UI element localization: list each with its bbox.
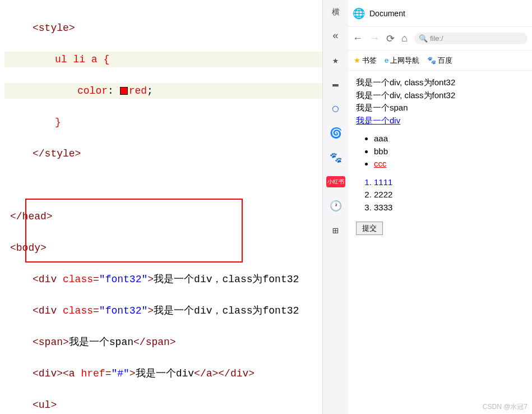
list-item: ccc (374, 158, 524, 171)
add-icon[interactable]: ⊞ (332, 224, 339, 237)
orientation-toggle[interactable]: 横 (330, 7, 341, 18)
url-text: file:/ (430, 34, 443, 43)
list-item: aaa (374, 132, 524, 145)
content-ol: 1111 2222 3333 (356, 176, 524, 214)
globe-icon: 🌐 (353, 7, 365, 20)
watermark: CSDN @水冠7 (483, 402, 528, 412)
back-button[interactable]: ← (353, 33, 363, 44)
submit-button[interactable]: 提交 (356, 222, 383, 235)
app-icon-qq[interactable]: 🌀 (330, 127, 342, 139)
app-icon-red[interactable]: 小红书 (326, 176, 345, 187)
home-button[interactable]: ⌂ (401, 33, 408, 44)
brace-close: } (55, 117, 61, 128)
bookmark-nav[interactable]: e上网导航 (385, 56, 419, 66)
color-swatch-red (120, 87, 128, 95)
content-div2: 我是一个div, class为font32 (356, 89, 524, 102)
list-item: 3333 (374, 201, 524, 214)
text-span: 我是一个span (69, 337, 133, 348)
attr-class: class (63, 274, 93, 285)
app-icon-q[interactable]: ◯ (332, 102, 339, 114)
browser-window: 🌐 Document ← → ⟳ ⌂ 🔍 file:/ ★书签 e上网导航 🐾百… (348, 0, 532, 414)
star-icon[interactable]: ★ (332, 54, 339, 66)
nav-bar: ← → ⟳ ⌂ 🔍 file:/ (348, 27, 532, 50)
text-link: 我是一个div (136, 368, 194, 379)
list-link-ccc[interactable]: ccc (374, 159, 387, 168)
page-content: 我是一个div, class为font32 我是一个div, class为fon… (348, 71, 532, 241)
forward-button[interactable]: → (369, 33, 380, 44)
content-div1: 我是一个div, class为font32 (356, 76, 524, 89)
reload-button[interactable]: ⟳ (386, 33, 395, 45)
list-item: 1111 (374, 176, 524, 189)
content-ul: aaa bbb ccc (356, 132, 524, 171)
browser-sidebar: 横 « ★ ▬ ◯ 🌀 🐾 小红书 🕐 ⊞ (323, 0, 348, 414)
tag-head-close: </head> (10, 211, 53, 222)
preview-panel: 横 « ★ ▬ ◯ 🌀 🐾 小红书 🕐 ⊞ 🌐 Document ← → ⟳ ⌂… (322, 0, 532, 414)
tag-ul-open: <ul> (33, 399, 57, 411)
bookmark-bar: ★书签 e上网导航 🐾百度 (348, 50, 532, 71)
text-div2: 我是一个div，class为font32 (154, 305, 299, 316)
bookmark-baidu[interactable]: 🐾百度 (427, 56, 452, 66)
code-editor[interactable]: <style> ul li a { color: red; } </style>… (0, 0, 322, 414)
attr-href: href (81, 368, 105, 379)
bookmark-fav[interactable]: ★书签 (354, 56, 377, 66)
search-icon: 🔍 (419, 34, 428, 43)
attr-class2: class (63, 305, 93, 316)
val-font32b: "font32" (99, 305, 147, 316)
collapse-icon[interactable]: « (332, 30, 339, 42)
val-hash: "#" (111, 368, 129, 379)
tab-bar: 🌐 Document (348, 0, 532, 27)
list-item: 2222 (374, 188, 524, 201)
val-font32: "font32" (99, 274, 147, 285)
paw-icon[interactable]: 🐾 (330, 151, 342, 164)
clock-icon[interactable]: 🕐 (330, 200, 342, 212)
val-red: red (129, 85, 147, 96)
list-item: bbb (374, 145, 524, 158)
text-div1: 我是一个div，class为font32 (154, 274, 299, 285)
tab-title: Document (369, 9, 405, 18)
content-link[interactable]: 我是一个div (356, 116, 400, 125)
tag-body-open: <body> (10, 242, 47, 254)
folder-icon[interactable]: ▬ (332, 79, 339, 90)
tag-style-open: <style> (33, 22, 75, 34)
content-span: 我是一个span (356, 102, 524, 114)
selector: ul li a { (55, 54, 109, 65)
tag-style-close: </style> (33, 148, 81, 159)
url-bar[interactable]: 🔍 file:/ (414, 33, 528, 44)
prop-color: color (77, 85, 108, 96)
